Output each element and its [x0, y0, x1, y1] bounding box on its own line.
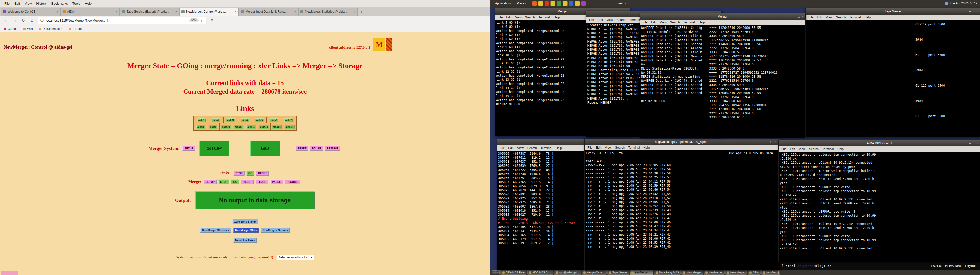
link-button-aida12[interactable]: aida12 [246, 125, 256, 129]
terminal-menu-help[interactable]: Help [552, 15, 562, 19]
links-reset-button[interactable]: RESET [256, 171, 269, 176]
launcher-icon[interactable] [550, 1, 555, 6]
terminal-menu-view[interactable]: View [603, 145, 613, 150]
taskbar-button-newmerger[interactable]: NewMerger [703, 270, 724, 275]
output-status-button[interactable]: No output to data storage [195, 191, 315, 209]
terminal-menu-edit[interactable]: Edit [788, 147, 797, 151]
terminal-menu-help[interactable]: Help [835, 147, 845, 151]
terminal-menu-file[interactable]: File [496, 15, 504, 19]
links-go-button[interactable]: GO [246, 171, 255, 176]
maximize-icon[interactable]: □ [770, 140, 772, 143]
panel-menu-applications[interactable]: Applications [493, 1, 514, 6]
close-icon[interactable]: × [775, 140, 776, 143]
link-button-aida1[interactable]: aida1 [197, 119, 206, 122]
terminal-menu-view[interactable]: View [797, 147, 807, 151]
terminal-menu-edit[interactable]: Edit [815, 15, 824, 19]
forward-icon[interactable]: → [12, 17, 18, 24]
terminal-menu-edit[interactable]: Edit [649, 21, 658, 24]
launcher-icon[interactable] [557, 1, 562, 6]
menu-view[interactable]: View [22, 1, 34, 6]
reload-icon[interactable]: ↻ [21, 17, 27, 24]
clock[interactable]: Tue Apr 23 05:05:12 [950, 2, 977, 5]
taskbar-button-aida[interactable]: AIDA [748, 270, 761, 275]
terminal-menu-terminal[interactable]: Terminal [537, 15, 552, 19]
terminal-menu-file[interactable]: File [587, 18, 596, 22]
system-functions-select[interactable]: Select required function ▾ [277, 254, 314, 260]
link-button-aida6[interactable]: aida6 [270, 119, 278, 122]
zero-time-stamp-button[interactable]: Zero Time Stamp [232, 219, 258, 224]
terminal-menu-terminal[interactable]: Terminal [821, 147, 835, 151]
window-titlebar[interactable]: Tape Server−□× [806, 8, 980, 14]
terminal-menu-view[interactable]: View [515, 146, 525, 150]
hamburger-menu-icon[interactable]: ≡ [209, 17, 215, 24]
panel-menu-places[interactable]: Places [514, 1, 528, 6]
taskbar-button-npg-aidas-gsi[interactable]: npg@aidas-gsi... [554, 270, 581, 275]
browser-tab[interactable]: NewMerger: Control @ aida...× [180, 8, 239, 16]
tab-close-icon[interactable]: × [56, 10, 58, 14]
close-icon[interactable]: × [977, 142, 979, 145]
merge-reset-button[interactable]: RESET [241, 179, 254, 184]
taskbar-button-tape-server[interactable]: Tape Server [608, 270, 629, 275]
terminal-menu-file[interactable]: File [586, 145, 594, 150]
merger-pause-button[interactable]: PAUSE [310, 146, 323, 151]
terminal-menu-terminal[interactable]: Terminal [848, 15, 862, 19]
terminal-menu-edit[interactable]: Edit [594, 145, 603, 150]
terminal-menu-file[interactable]: File [498, 146, 506, 150]
link-button-aida15[interactable]: aida15 [285, 125, 294, 129]
launcher-icon[interactable] [538, 1, 543, 6]
site-info-icon[interactable]: ⓘ [40, 18, 44, 23]
new-tab-button[interactable]: + [358, 8, 365, 16]
menu-tools[interactable]: Tools [70, 1, 83, 6]
merge-resume-button[interactable]: RESUME [285, 179, 300, 184]
launcher-icon[interactable] [575, 1, 580, 6]
minimize-icon[interactable]: − [969, 10, 970, 13]
terminal-menu-view[interactable]: View [658, 21, 668, 24]
tab-close-icon[interactable]: × [116, 10, 118, 14]
terminal-menu-help[interactable]: Help [862, 15, 873, 19]
bookmark-item-centos[interactable]: Centos [3, 27, 18, 30]
url-text[interactable]: localhost:8115/NewMerger/NewMerger.tml [46, 19, 187, 22]
minimize-icon[interactable]: − [969, 142, 970, 145]
close-icon[interactable]: × [802, 15, 803, 18]
back-icon[interactable]: ← [3, 17, 9, 24]
tab-close-icon[interactable]: × [234, 10, 237, 14]
link-button-aida5[interactable]: aida5 [255, 119, 264, 122]
menu-file[interactable]: File [2, 1, 12, 6]
minimize-icon[interactable]: − [794, 15, 795, 18]
merge-pause-button[interactable]: PAUSE [270, 179, 283, 184]
taskbar-button-new-merger[interactable]: New Merger [681, 270, 703, 275]
tab-close-icon[interactable]: × [294, 10, 296, 14]
link-button-aida10[interactable]: aida10 [221, 125, 231, 129]
terminal-menu-view[interactable]: View [824, 15, 834, 19]
terminal-menu-terminal[interactable]: Terminal [682, 21, 697, 24]
link-button-aida4[interactable]: aida4 [241, 119, 249, 122]
link-button-aida3[interactable]: aida3 [226, 119, 235, 122]
taskbar-button-merger-tape[interactable]: Merger/Tape ... [582, 270, 607, 275]
newmerger-statistics-button[interactable]: NewMerger Statistics [200, 228, 231, 233]
taskbar-button-aida-mbs-co[interactable]: AIDA MBS Co... [527, 270, 553, 275]
terminal-menu-terminal[interactable]: Terminal [627, 145, 641, 150]
workspace-switcher[interactable] [492, 270, 500, 275]
link-button-aida8[interactable]: aida8 [196, 125, 205, 129]
home-icon[interactable]: ⌂ [29, 17, 35, 24]
taskbar-button-new-merger[interactable]: New Merger [725, 270, 747, 275]
taskbar-button-aida-mbs-rate[interactable]: AIDA MBS Rate [501, 270, 527, 275]
terminal-menu-terminal[interactable]: Terminal [539, 146, 554, 150]
terminal-menu-search[interactable]: Search [523, 15, 537, 19]
terminal-menu-edit[interactable]: Edit [506, 146, 515, 150]
bookmark-star-icon[interactable]: ☆ [200, 19, 204, 22]
maximize-icon[interactable]: □ [973, 10, 975, 13]
notification-icon[interactable] [945, 2, 948, 5]
merge-stop-button[interactable]: STOP [218, 179, 229, 184]
newmerger-options-button[interactable]: NewMerger Options [261, 228, 290, 233]
close-icon[interactable]: × [977, 10, 979, 13]
terminal-menu-help[interactable]: Help [641, 145, 652, 150]
launcher-icon[interactable] [544, 1, 549, 6]
window-titlebar[interactable]: npg@aidas-gsi:/TapeData/S100_alpha−□× [585, 139, 778, 145]
link-button-aida2[interactable]: aida2 [212, 119, 221, 122]
terminal-menu-search[interactable]: Search [613, 145, 627, 150]
terminal-menu-file[interactable]: File [641, 21, 649, 24]
terminal-menu-search[interactable]: Search [668, 21, 682, 24]
link-button-aida9[interactable]: aida9 [209, 125, 218, 129]
taskbar-fragment[interactable] [1, 271, 18, 275]
